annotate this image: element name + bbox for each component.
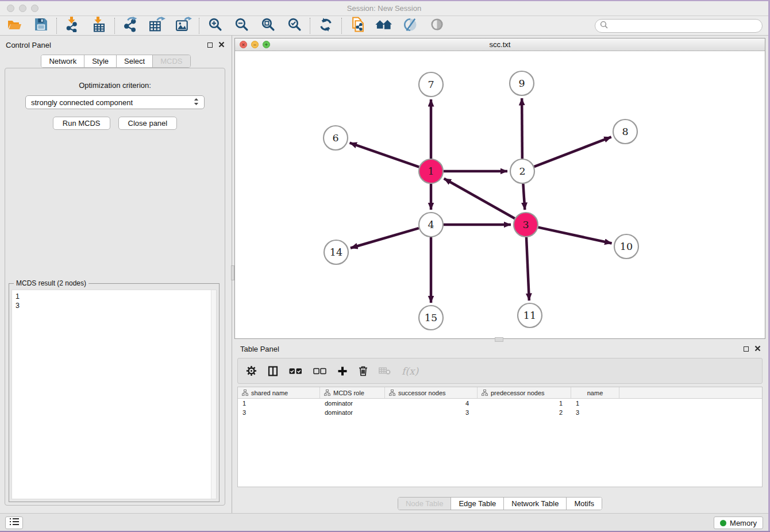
table-row[interactable]: 3dominator323 (238, 408, 762, 417)
run-mcds-button[interactable]: Run MCDS (53, 117, 110, 130)
toolbar-separator (114, 18, 115, 34)
column-header-MCDS-role[interactable]: MCDS role (320, 387, 385, 398)
close-panel-icon[interactable] (218, 40, 225, 50)
select-all-rows-button[interactable] (289, 368, 302, 375)
table-cell[interactable]: dominator (320, 400, 385, 407)
column-header-successor-nodes[interactable]: successor nodes (385, 387, 478, 398)
hide-selected-button[interactable] (428, 17, 445, 34)
graph-node-label-3: 3 (522, 219, 529, 230)
session-title: Session: New Session (0, 4, 768, 13)
column-header-predecessor-nodes[interactable]: predecessor nodes (478, 387, 571, 398)
memory-button[interactable]: Memory (714, 516, 763, 529)
table-cell[interactable]: 1 (478, 400, 571, 407)
table-panel: Table Panel f(x) shared nameMCDS rolesuc… (234, 343, 765, 510)
tab-mcds[interactable]: MCDS (152, 55, 190, 67)
zoom-out-button[interactable] (233, 17, 250, 34)
table-cell[interactable]: 3 (571, 409, 619, 416)
table-cell[interactable]: 1 (571, 400, 619, 407)
save-floppy-icon (34, 17, 48, 34)
export-table-button[interactable] (148, 17, 165, 34)
graph-edge-2-9[interactable] (522, 98, 522, 159)
graph-node-label-10: 10 (620, 241, 633, 252)
close-table-panel-icon[interactable] (754, 344, 761, 354)
horizontal-splitter-handle[interactable] (495, 337, 503, 342)
table-cell[interactable]: 4 (385, 400, 478, 407)
vertical-splitter-handle[interactable] (231, 265, 234, 280)
graph-edge-3-10[interactable] (538, 228, 611, 244)
table-cell[interactable]: 3 (385, 409, 478, 416)
network-view-window: × − + scc.txt 7968124314101511 (234, 38, 765, 339)
tab-motifs[interactable]: Motifs (566, 498, 602, 510)
add-column-button[interactable] (337, 366, 348, 376)
float-table-panel-icon[interactable] (744, 346, 749, 352)
network-zoom-button[interactable]: + (263, 41, 270, 48)
delete-table-button-disabled[interactable] (379, 367, 391, 375)
homes-icon (375, 17, 393, 34)
criterion-value: strongly connected component (31, 98, 133, 107)
export-image-icon (175, 17, 192, 34)
table-cell[interactable]: dominator (320, 409, 385, 416)
column-header-shared-name[interactable]: shared name (238, 387, 320, 398)
tab-node-table[interactable]: Node Table (398, 498, 451, 510)
status-bar: Memory (0, 513, 768, 532)
style-circle-slash-icon (403, 17, 418, 34)
delete-column-button[interactable] (359, 365, 368, 376)
graph-edge-3-1[interactable] (444, 179, 515, 218)
show-all-button[interactable] (375, 17, 392, 34)
tab-edge-table[interactable]: Edge Table (451, 498, 503, 510)
graph-edge-3-11[interactable] (526, 237, 529, 300)
graph-edge-4-14[interactable] (351, 228, 419, 248)
graph-edge-2-8[interactable] (534, 137, 611, 167)
zoom-out-icon (234, 17, 249, 34)
function-builder-button-disabled[interactable]: f(x) (402, 365, 418, 377)
table-settings-button[interactable] (246, 365, 257, 376)
criterion-select[interactable]: strongly connected component (25, 95, 205, 109)
table-cell[interactable]: 1 (238, 400, 320, 407)
export-image-button[interactable] (175, 17, 192, 34)
zoom-selected-button[interactable] (286, 17, 303, 34)
result-scrollbar[interactable] (211, 290, 216, 499)
import-table-icon (91, 17, 107, 34)
table-cell[interactable]: 2 (478, 409, 571, 416)
import-table-button[interactable] (90, 17, 107, 34)
tab-select[interactable]: Select (116, 55, 152, 67)
deselect-all-rows-button[interactable] (313, 368, 326, 375)
open-session-button[interactable] (6, 17, 23, 34)
network-minimize-button[interactable]: − (251, 41, 259, 48)
column-header-name[interactable]: name (571, 387, 619, 398)
zoom-fit-button[interactable] (259, 17, 276, 34)
graph-edge-1-6[interactable] (350, 143, 419, 167)
graph-edge-2-3[interactable] (523, 184, 525, 210)
graph-node-label-9: 9 (518, 78, 525, 89)
graph-node-label-2: 2 (519, 165, 525, 177)
show-columns-button[interactable] (268, 366, 278, 376)
graph-node-label-15: 15 (425, 312, 437, 323)
table-row[interactable]: 1dominator411 (238, 399, 762, 408)
table-panel-title: Table Panel (240, 345, 279, 353)
close-panel-button[interactable]: Close panel (118, 117, 178, 130)
create-network-view-button[interactable] (349, 17, 366, 34)
import-network-button[interactable] (64, 17, 81, 34)
graph-node-label-6: 6 (332, 132, 338, 144)
graph-node-label-7: 7 (428, 79, 434, 90)
apply-style-button[interactable] (402, 17, 419, 34)
network-canvas[interactable]: 7968124314101511 (235, 51, 765, 338)
float-panel-icon[interactable] (207, 43, 213, 48)
tab-style[interactable]: Style (84, 55, 116, 67)
tab-network[interactable]: Network (41, 55, 84, 67)
graph-svg[interactable]: 7968124314101511 (235, 51, 765, 338)
zoom-in-button[interactable] (206, 17, 224, 34)
table-cell[interactable]: 3 (238, 409, 320, 416)
export-network-button[interactable] (122, 17, 139, 34)
search-icon (600, 21, 608, 31)
search-input[interactable] (611, 21, 757, 30)
mcds-result-area[interactable]: 1 3 (11, 290, 217, 499)
zoom-fit-icon (261, 17, 275, 34)
save-session-button[interactable] (32, 17, 49, 34)
tab-network-table[interactable]: Network Table (503, 498, 566, 510)
control-panel: Control Panel NetworkStyleSelectMCDS Opt… (0, 36, 232, 513)
task-history-button[interactable] (5, 516, 23, 529)
network-close-button[interactable]: × (240, 41, 247, 48)
apply-layout-button[interactable] (317, 17, 334, 34)
optimization-criterion-label: Optimization criterion: (5, 81, 225, 90)
